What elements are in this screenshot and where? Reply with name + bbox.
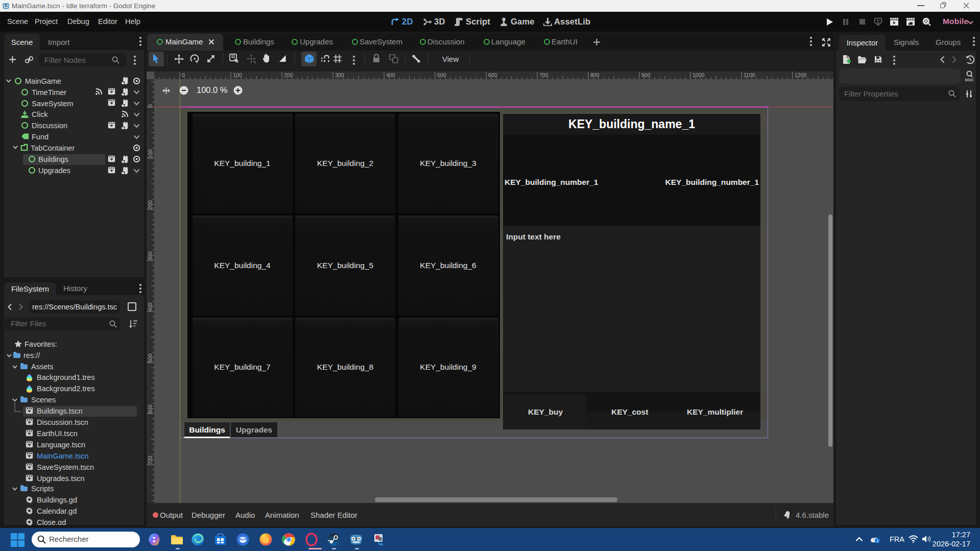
svg-text:DOC: DOC — [965, 78, 974, 82]
